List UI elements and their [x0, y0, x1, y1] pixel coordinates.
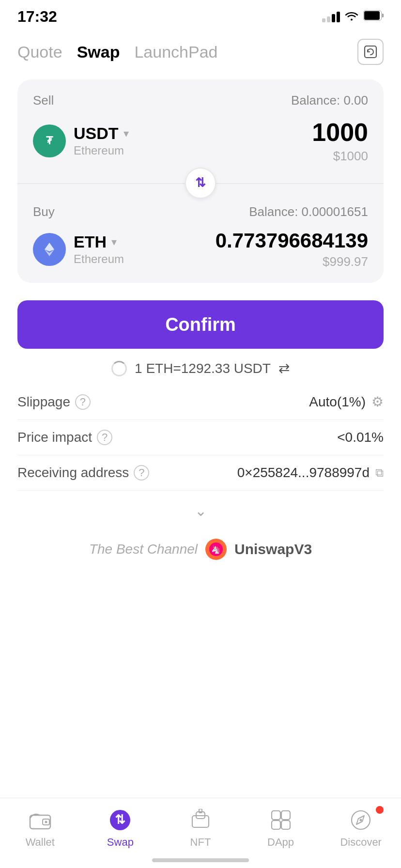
sell-usd: $1000 [312, 149, 368, 164]
svg-rect-20 [272, 821, 280, 829]
channel-name: UniswapV3 [234, 541, 312, 558]
history-button[interactable] [357, 39, 384, 65]
eth-name-row: ETH ▾ [74, 232, 124, 251]
tab-swap[interactable]: Swap [77, 43, 120, 62]
buy-section: Buy Balance: 0.00001651 ETH ▾ Ethereum [17, 191, 384, 283]
address-external-link-icon[interactable]: ⧉ [375, 466, 384, 480]
discover-icon [349, 808, 373, 832]
usdt-logo: ₮ [33, 124, 66, 157]
price-impact-value: <0.01% [337, 430, 384, 445]
rate-refresh-icon[interactable]: ⇄ [278, 360, 290, 376]
expand-chevron-icon: ⌄ [195, 502, 207, 519]
home-indicator [152, 858, 249, 862]
dapp-icon [269, 808, 293, 832]
sell-label: Sell [33, 93, 54, 108]
svg-rect-1 [364, 11, 380, 20]
buy-header: Buy Balance: 0.00001651 [33, 204, 368, 219]
svg-rect-18 [272, 811, 280, 820]
svg-rect-10 [30, 815, 50, 829]
usdt-chevron-icon[interactable]: ▾ [123, 127, 129, 140]
best-channel-label: The Best Channel [89, 542, 198, 557]
svg-text:⇅: ⇅ [195, 175, 206, 190]
wallet-label: Wallet [26, 836, 55, 849]
sell-amount-wrap: 1000 $1000 [312, 118, 368, 164]
rate-loader-icon [111, 361, 127, 376]
buy-token-row: ETH ▾ Ethereum 0.773796684139 $999.97 [33, 229, 368, 269]
eth-chevron-icon[interactable]: ▾ [111, 236, 117, 248]
rate-row: 1 ETH=1292.33 USDT ⇄ [0, 349, 401, 380]
discover-badge [376, 806, 384, 814]
svg-rect-2 [365, 46, 376, 58]
discover-label: Discover [340, 836, 382, 849]
signal-icon [322, 11, 340, 22]
receiving-address-label: Receiving address ? [17, 465, 149, 480]
receiving-address-value: 0×255824...9788997d ⧉ [237, 465, 384, 480]
dapp-label: DApp [267, 836, 294, 849]
uniswap-logo: 🦄 [205, 539, 227, 560]
buy-label: Buy [33, 204, 55, 219]
nav-item-swap[interactable]: ⇅ Swap [89, 808, 152, 849]
usdt-name-row: USDT ▾ [74, 124, 129, 143]
svg-text:🦄: 🦄 [211, 545, 221, 554]
status-bar: 17:32 [0, 0, 401, 29]
svg-text:₮: ₮ [46, 135, 53, 147]
sell-header: Sell Balance: 0.00 [33, 93, 368, 108]
nav-item-nft[interactable]: NFT [169, 808, 232, 849]
bottom-nav: Wallet ⇅ Swap NFT [0, 798, 401, 868]
svg-marker-6 [45, 243, 54, 251]
svg-point-12 [45, 821, 47, 823]
slippage-row: Slippage ? Auto(1%) ⚙ [17, 384, 384, 420]
price-impact-label: Price impact ? [17, 430, 112, 445]
nft-icon [188, 808, 213, 832]
price-impact-help-icon[interactable]: ? [97, 430, 112, 445]
sell-token-row: ₮ USDT ▾ Ethereum 1000 $1000 [33, 118, 368, 164]
buy-balance: Balance: 0.00001651 [249, 204, 368, 219]
nav-item-dapp[interactable]: DApp [249, 808, 312, 849]
slippage-value: Auto(1%) ⚙ [309, 394, 384, 410]
svg-text:⇅: ⇅ [115, 812, 125, 827]
eth-network: Ethereum [74, 252, 124, 266]
slippage-help-icon[interactable]: ? [75, 394, 91, 410]
nft-label: NFT [190, 836, 211, 849]
buy-amount[interactable]: 0.773796684139 [216, 229, 368, 252]
receiving-address-row: Receiving address ? 0×255824...9788997d … [17, 455, 384, 491]
usdt-network: Ethereum [74, 144, 129, 157]
buy-amount-wrap: 0.773796684139 $999.97 [216, 229, 368, 269]
sell-token-left[interactable]: ₮ USDT ▾ Ethereum [33, 124, 129, 157]
receiving-address-help-icon[interactable]: ? [134, 465, 149, 480]
svg-rect-15 [192, 816, 209, 827]
slippage-settings-icon[interactable]: ⚙ [371, 394, 384, 410]
swap-card: Sell Balance: 0.00 ₮ USDT ▾ Ethereum [17, 79, 384, 283]
swap-nav-label: Swap [107, 836, 134, 849]
price-impact-row: Price impact ? <0.01% [17, 420, 384, 455]
swap-direction-container: ⇅ [17, 175, 384, 191]
svg-rect-21 [281, 821, 290, 829]
buy-token-left[interactable]: ETH ▾ Ethereum [33, 232, 124, 266]
battery-icon [363, 10, 384, 23]
tab-quote[interactable]: Quote [17, 43, 62, 62]
rate-text: 1 ETH=1292.33 USDT [135, 361, 271, 376]
sell-section: Sell Balance: 0.00 ₮ USDT ▾ Ethereum [17, 79, 384, 175]
nav-item-discover[interactable]: Discover [329, 808, 392, 849]
info-section: Slippage ? Auto(1%) ⚙ Price impact ? <0.… [0, 380, 401, 495]
tab-launchpad[interactable]: LaunchPad [134, 43, 217, 62]
sell-amount[interactable]: 1000 [312, 118, 368, 147]
status-time: 17:32 [17, 8, 57, 26]
nav-tabs: Quote Swap LaunchPad [0, 29, 401, 75]
eth-logo [33, 233, 66, 266]
wallet-icon [28, 808, 52, 832]
swap-direction-button[interactable]: ⇅ [185, 168, 216, 199]
eth-symbol: ETH [74, 232, 107, 251]
buy-usd: $999.97 [216, 254, 368, 269]
nav-item-wallet[interactable]: Wallet [9, 808, 72, 849]
expand-row[interactable]: ⌄ [0, 495, 401, 527]
svg-point-24 [360, 819, 362, 822]
wifi-icon [345, 10, 358, 23]
swap-nav-icon: ⇅ [108, 808, 132, 832]
confirm-button[interactable]: Confirm [17, 300, 384, 349]
usdt-name-wrap: USDT ▾ Ethereum [74, 124, 129, 157]
sell-balance: Balance: 0.00 [291, 93, 368, 108]
status-icons [322, 10, 384, 23]
usdt-symbol: USDT [74, 124, 119, 143]
slippage-label: Slippage ? [17, 394, 91, 410]
